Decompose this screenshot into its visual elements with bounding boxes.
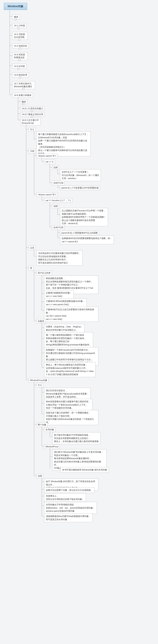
proxy-intro-t1: 我们已经讲过很多次， Window对象是客户端JavaScript的全局变量； … [44,388,91,400]
iframe-b-expl-txt: 定义函数的关键字function可以声明一个变量， 就像关键字var所做的那样。… [60,208,108,226]
iframe-b-ina-txt: 如果窗体A中的代码需要很频繁地使用这个函数，则： var f = parent.… [60,236,114,244]
proxy-global-text: 客户端全局对象处于作用域链的顶端， 并且是全局变量和函数所定义的地方； 事实上，… [52,432,100,444]
toggle-icon[interactable] [22,88,24,90]
sec-timers[interactable]: 14.1 计时器 [12,23,27,28]
toggle-icon[interactable] [18,39,20,40]
toggle-icon[interactable] [18,68,19,70]
cls-builtin-t4: 事实上，每个Window都有自己的原型对象， 这意味着instanceof操作符… [44,362,95,377]
proxy-expl-t2: 如果可以比较两个对象，那么区分它们会很困难。 [44,487,94,493]
proxy-expl-t5: 顶级函数里的this关键字this的值都是代理对象， 而不是真正的全局对象 [44,514,93,522]
toggle-icon[interactable] [31,110,33,112]
toggle-icon[interactable] [19,76,21,78]
cls-user-t4: 子窗体A也可以定义自己的变量来方便地引用构造函数： var Set = pare… [44,307,98,322]
cls-builtin-t1: 内置类（比如String，Date，RegExp） 都会在所有的窗口中自动预定义… [44,324,84,333]
proxy-expl-t4: 全局对象出于作用域链的顶端， 但是window、self、top、parent全… [44,502,97,514]
js-intro-text: 每个窗口和窗体都是它自身的JavaScript执行上下文， 以Window作为全… [36,132,91,156]
root-node[interactable]: Window对象 [4,3,27,10]
proxy-expl-label[interactable]: 说明 [36,474,43,478]
js-note-label[interactable]: 注意 [29,246,36,250]
proxy-label[interactable]: WindowProxy对象 [29,378,49,382]
toggle-icon[interactable] [18,27,19,29]
js-cls-label[interactable]: 类 [29,266,34,270]
iframe-a: <iframe name="A"> [36,154,58,158]
iframe-a-inb[interactable]: 在B中引用 [52,181,65,185]
cls-builtin-t2: 每一个窗口都有构造函数的一个独立副本 和构造函数对应原型对象的一个独立副本。 如… [44,332,93,347]
iframe-a-inb-code: parent.A.i; // 可改变窗口A中的变量i的值 [60,186,100,190]
sec-dialogs[interactable]: 14.5 对话框 [12,64,27,69]
toggle-icon[interactable] [18,59,20,61]
sec-multi-window[interactable]: 14.8 多窗口和窗体 [12,93,33,98]
proxy-intro-t3: 但是当多个窗口在使用时，有一个重要的概念： 尽管窗口载入了新的文档， 但是引用窗… [44,410,98,425]
cls-user-label[interactable]: 用户定义的类 [36,271,52,275]
iframe-b-var: var f = function () { /* ... */ }; [44,198,72,203]
proxy-expl-t3: 但是事实上， 没有办法引用到真正的客户端全局对象。 [44,493,86,502]
toggle-icon[interactable] [22,103,24,105]
iframe-a-expl-txt: 在A中定义了一个全局变量 i， 作为全局对象（Window对）的一个属性 引用：… [60,169,101,181]
proxy-intro-t2: Web浏览器每次向窗口或窗体中载入新的内容， 它都会开始一个新的JavaScri… [44,399,92,411]
toggle-icon[interactable] [15,18,17,20]
s8-3[interactable]: 14.8.3 交互窗口中的JavaScript [20,118,41,126]
proxy-wp-foot: 本书中我们继续使用 Window对象 指代全局对象 [60,467,109,473]
iframe-a-expl[interactable]: 说明 [52,165,59,170]
cls-user-t2: 父窗体O创建新的Set对象： var s = new Set(); [44,290,74,299]
js-example-label[interactable]: 示例 [29,149,36,153]
cls-user-t3: 子窗体A引用Set()构造函数创建Set对象： var s = new pare… [44,298,87,307]
iframe-b-ina-code: parent.B.f(); // 调用窗体B中定义的函数 [60,231,99,235]
js-note-text: 当采用这种方式在窗体或窗口间共享函数时， 牢记词法作用域规则非常重要。 函数在定… [36,250,82,266]
iframe-b-expl[interactable]: 说明 [52,204,59,208]
toggle-icon[interactable] [19,48,21,49]
js-intro-label[interactable]: 引入 [29,127,36,132]
proxy-global-label[interactable]: 全局对象 [44,428,55,432]
proxy-wp-label[interactable]: WindowProxy [44,444,60,449]
cls-builtin-label[interactable]: 内置类 [36,319,46,324]
proxy-two-label[interactable]: 两个对象 [36,422,48,427]
toggle-icon[interactable] [31,116,33,118]
iframe-b-ina[interactable]: 在A中引用 [52,225,65,230]
iframe-b: <iframe name="B"> [36,192,58,197]
proxy-intro-label[interactable]: 引入 [36,383,43,387]
iframe-a-var: var i = 3; [44,160,55,164]
